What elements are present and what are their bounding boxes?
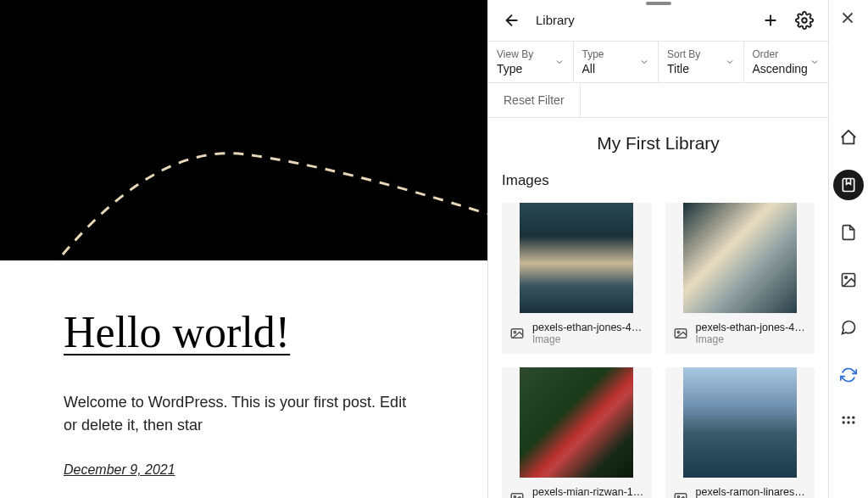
add-button[interactable] (760, 10, 781, 31)
item-thumbnail (502, 367, 652, 478)
hero-banner (0, 0, 487, 260)
svg-point-15 (843, 421, 845, 423)
library-item[interactable]: pexels-ethan-jones-463… Image (665, 203, 815, 354)
item-meta: pexels-ethan-jones-463… Image (665, 313, 815, 354)
item-title: pexels-ramon-linares-14… (696, 486, 809, 498)
chevron-down-icon (554, 57, 565, 67)
decorative-curve (0, 91, 487, 260)
library-nav[interactable] (833, 170, 864, 200)
svg-point-11 (845, 277, 848, 279)
grid-icon (840, 414, 857, 431)
filter-type[interactable]: Type All (574, 42, 659, 82)
svg-point-12 (843, 417, 845, 419)
home-icon (839, 128, 858, 147)
svg-point-6 (514, 495, 515, 497)
panel-title: Library (536, 13, 575, 27)
home-nav[interactable] (833, 122, 864, 153)
svg-point-13 (847, 417, 849, 419)
item-thumbnail (665, 203, 815, 313)
bookmark-square-icon (840, 176, 857, 193)
right-sidebar (828, 0, 868, 498)
image-icon (672, 490, 689, 498)
filter-sortby[interactable]: Sort By Title (659, 42, 744, 82)
chevron-down-icon (810, 57, 820, 67)
image-icon (509, 490, 526, 498)
filter-viewby[interactable]: View By Type (488, 42, 574, 82)
library-item[interactable]: pexels-ethan-jones-463… Image (502, 203, 652, 354)
item-thumbnail (665, 367, 815, 478)
reset-row: Reset Filter (488, 83, 828, 118)
post-title[interactable]: Hello world! (64, 307, 424, 357)
image-icon (672, 326, 689, 341)
gear-icon (795, 11, 814, 30)
library-body: My First Library Images pexels-ethan-jon… (488, 118, 828, 498)
item-thumbnail (502, 203, 652, 313)
back-button[interactable] (502, 10, 522, 31)
svg-point-4 (677, 331, 679, 333)
svg-point-8 (677, 495, 679, 497)
site-preview: Hello world! Welcome to WordPress. This … (0, 0, 487, 498)
item-meta: pexels-ethan-jones-463… Image (502, 313, 652, 354)
filter-bar: View By Type Type All Sort By Title Orde… (488, 41, 828, 83)
settings-button[interactable] (794, 10, 815, 31)
image-icon (509, 326, 526, 341)
item-title: pexels-mian-rizwan-140… (532, 486, 645, 498)
chevron-down-icon (725, 57, 735, 67)
library-item[interactable]: pexels-mian-rizwan-140… Image (502, 367, 652, 498)
post-body: Welcome to WordPress. This is your first… (64, 391, 424, 437)
filter-order[interactable]: Order Ascending (744, 42, 829, 82)
drag-handle[interactable] (646, 2, 671, 5)
comments-nav[interactable] (833, 312, 864, 343)
item-title: pexels-ethan-jones-463… (532, 322, 645, 333)
library-panel: Library View By Type Type All Sort By Ti… (487, 0, 828, 498)
chevron-down-icon (639, 57, 649, 67)
close-icon (838, 8, 857, 27)
reset-filter-button[interactable]: Reset Filter (488, 83, 581, 117)
sync-icon (840, 367, 857, 383)
item-type: Image (696, 333, 809, 345)
svg-rect-9 (843, 179, 854, 192)
svg-point-16 (847, 421, 849, 423)
document-nav[interactable] (833, 217, 864, 248)
post-date[interactable]: December 9, 2021 (64, 462, 424, 478)
panel-header: Library (488, 0, 828, 41)
image-nav[interactable] (833, 265, 864, 295)
svg-point-17 (852, 421, 854, 423)
items-grid: pexels-ethan-jones-463… Image pexels-eth… (502, 203, 815, 498)
library-item[interactable]: pexels-ramon-linares-14… Image (665, 367, 815, 498)
apps-nav[interactable] (833, 407, 864, 438)
close-button[interactable] (838, 8, 859, 29)
item-title: pexels-ethan-jones-463… (696, 322, 809, 333)
document-icon (840, 224, 857, 241)
sync-nav[interactable] (833, 360, 864, 390)
item-meta: pexels-mian-rizwan-140… Image (502, 478, 652, 498)
svg-point-0 (802, 18, 807, 23)
svg-point-2 (514, 331, 515, 333)
library-name: My First Library (502, 133, 815, 154)
post-content: Hello world! Welcome to WordPress. This … (0, 260, 487, 498)
item-meta: pexels-ramon-linares-14… Image (665, 478, 815, 498)
plus-icon (761, 11, 780, 30)
arrow-left-icon (503, 11, 521, 30)
comment-icon (840, 319, 857, 336)
section-title: Images (502, 172, 815, 189)
image-icon (840, 271, 857, 288)
svg-point-14 (852, 417, 854, 419)
item-type: Image (532, 333, 645, 345)
